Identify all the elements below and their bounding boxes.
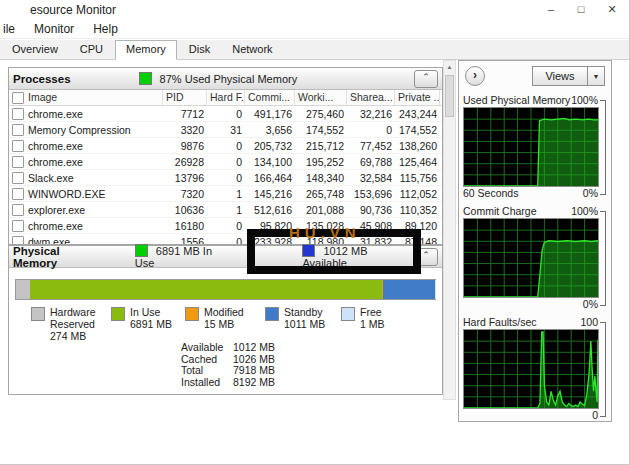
process-value: 31 — [207, 124, 245, 136]
legend-swatch — [341, 307, 355, 321]
graph-min-label: 0 — [592, 409, 598, 422]
tab-network[interactable]: Network — [222, 41, 282, 58]
legend-item: Modified15 MB — [185, 306, 265, 342]
process-checkbox[interactable] — [12, 204, 24, 216]
graph-plot — [463, 329, 599, 409]
graph-used-physical-memory: Used Physical Memory100%60 Seconds0% — [463, 94, 607, 200]
stat-value: 1012 MB — [233, 342, 275, 354]
vertical-scrollbar[interactable]: ▲ — [443, 60, 456, 400]
expand-panel-button[interactable]: › — [465, 66, 485, 86]
process-value: 90,736 — [347, 204, 395, 216]
processes-status: 87% Used Physical Memory — [160, 73, 298, 85]
menu-file[interactable]: ile — [0, 20, 23, 36]
column-header-pid[interactable]: PID — [163, 90, 207, 105]
process-checkbox[interactable] — [12, 156, 24, 168]
graph-title: Hard Faults/sec — [463, 316, 537, 329]
process-row[interactable]: chrome.exe269280134,100195,25269,788125,… — [9, 154, 442, 170]
process-value: 243,244 — [395, 108, 440, 120]
process-value: 138,260 — [395, 140, 440, 152]
process-checkbox[interactable] — [12, 220, 24, 232]
process-value: 0 — [347, 124, 395, 136]
process-value: 125,464 — [395, 156, 440, 168]
column-header-image[interactable]: Image — [25, 90, 163, 105]
graph-scale-bracket — [600, 100, 606, 195]
process-value: 16180 — [163, 220, 207, 232]
column-header-sharea[interactable]: Sharea... — [347, 90, 395, 105]
legend-label: Free1 MB — [360, 306, 385, 342]
process-row[interactable]: chrome.exe77120491,176275,46032,216243,2… — [9, 106, 442, 122]
process-image-name: explorer.exe — [25, 204, 163, 216]
window-title: esource Monitor — [30, 3, 116, 17]
process-row[interactable]: Memory Compression3320313,656174,5520174… — [9, 122, 442, 138]
column-header-commi[interactable]: Commi... — [245, 90, 295, 105]
process-row[interactable]: Slack.exe137960166,464148,34032,584115,7… — [9, 170, 442, 186]
process-value: 0 — [207, 140, 245, 152]
processes-column-header: ImagePIDHard F...Commi...Worki...Sharea.… — [9, 90, 442, 106]
legend-value: 1 MB — [360, 318, 385, 330]
process-checkbox[interactable] — [12, 124, 24, 136]
graph-title: Commit Charge — [463, 205, 537, 218]
process-row[interactable]: WINWORD.EXE73201145,216265,748153,696112… — [9, 186, 442, 202]
tab-overview[interactable]: Overview — [2, 41, 68, 58]
views-split-button[interactable]: Views ▼ — [532, 66, 605, 86]
minimize-button[interactable]: – — [540, 2, 562, 18]
process-checkbox[interactable] — [12, 236, 24, 245]
legend-item: Free1 MB — [341, 306, 399, 342]
graph-x-label: 60 Seconds — [463, 187, 518, 200]
select-all-checkbox[interactable] — [12, 92, 24, 104]
process-row[interactable]: explorer.exe106361512,616201,08890,73611… — [9, 202, 442, 218]
title-bar: esource Monitor – □ ✕ — [0, 0, 630, 20]
process-value: 1 — [207, 204, 245, 216]
views-dropdown-icon[interactable]: ▼ — [587, 66, 605, 86]
processes-collapse-button[interactable]: ⌃ — [414, 70, 438, 88]
column-header-private[interactable]: Private ... — [395, 90, 440, 105]
process-image-name: Slack.exe — [25, 172, 163, 184]
process-checkbox[interactable] — [12, 140, 24, 152]
graph-min-label: 0% — [583, 298, 598, 311]
tab-cpu[interactable]: CPU — [70, 41, 113, 58]
tab-memory[interactable]: Memory — [115, 40, 177, 60]
stat-value: 8192 MB — [233, 377, 275, 389]
graph-scale-bracket — [600, 322, 606, 417]
process-value: 112,052 — [395, 188, 440, 200]
process-checkbox[interactable] — [12, 108, 24, 120]
process-value: 3,656 — [245, 124, 295, 136]
process-checkbox[interactable] — [12, 172, 24, 184]
menu-help[interactable]: Help — [85, 20, 126, 36]
graph-max-label: 100% — [571, 94, 598, 107]
memory-usage-bar — [15, 279, 436, 300]
process-image-name: WINWORD.EXE — [25, 188, 163, 200]
menu-monitor[interactable]: Monitor — [26, 20, 82, 36]
process-value: 174,552 — [295, 124, 347, 136]
column-header-worki[interactable]: Worki... — [295, 90, 347, 105]
process-value: 166,464 — [245, 172, 295, 184]
process-value: 491,176 — [245, 108, 295, 120]
process-value: 7320 — [163, 188, 207, 200]
process-value: 110,352 — [395, 204, 440, 216]
legend-item: Hardware Reserved274 MB — [31, 306, 111, 342]
views-button[interactable]: Views — [532, 66, 587, 86]
tab-disk[interactable]: Disk — [179, 41, 220, 58]
stat-label: Available — [181, 342, 233, 354]
maximize-button[interactable]: □ — [570, 2, 592, 18]
tab-strip: OverviewCPUMemoryDiskNetwork — [0, 40, 630, 60]
column-header-hardf[interactable]: Hard F... — [207, 90, 245, 105]
process-value: 512,616 — [245, 204, 295, 216]
bar-segment-standby — [383, 280, 434, 299]
process-value: 69,788 — [347, 156, 395, 168]
scrollbar-thumb[interactable] — [445, 75, 454, 117]
stat-row: Total7918 MB — [181, 365, 275, 377]
process-value: 215,712 — [295, 140, 347, 152]
process-value: 0 — [207, 220, 245, 232]
scrollbar-up-icon[interactable]: ▲ — [444, 61, 455, 73]
graph-min-label: 0% — [583, 187, 598, 200]
graph-max-label: 100 — [580, 316, 598, 329]
legend-value: 274 MB — [50, 330, 111, 342]
process-value: 201,088 — [295, 204, 347, 216]
process-row[interactable]: chrome.exe98760205,732215,71277,452138,2… — [9, 138, 442, 154]
bar-segment-in-use — [30, 280, 382, 299]
process-checkbox[interactable] — [12, 188, 24, 200]
process-value: 1 — [207, 188, 245, 200]
process-value: 265,748 — [295, 188, 347, 200]
close-button[interactable]: ✕ — [601, 2, 623, 18]
